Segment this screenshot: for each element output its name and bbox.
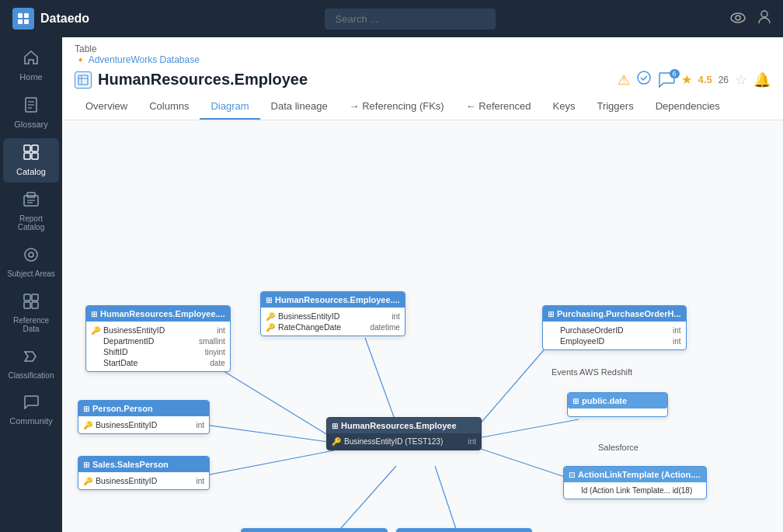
svg-line-34: [474, 419, 579, 439]
home-icon: [23, 50, 39, 69]
table-row: 🔑 BusinessEntityID int: [83, 419, 204, 430]
breadcrumb-link-text: 🔸 AdventureWorks Database: [75, 54, 200, 65]
table-body: PurchaseOrderID int EmployeeID int: [543, 322, 686, 349]
sidebar-item-home[interactable]: Home: [3, 43, 59, 88]
table-row: StartDate date: [91, 357, 225, 368]
user-icon[interactable]: [758, 10, 771, 28]
tab-diagram[interactable]: Diagram: [200, 94, 259, 120]
key-icon: 🔑: [266, 323, 275, 332]
table-public-date[interactable]: ⊞ public.date: [567, 392, 668, 417]
logo-icon: [12, 8, 34, 30]
svg-line-31: [194, 423, 334, 443]
col-name: BusinessEntityID: [278, 311, 388, 321]
table-job-candidate[interactable]: ⊞ HumanResources.JobCandid... JobCandida…: [241, 528, 388, 532]
col-type: int: [196, 477, 204, 485]
table-hr-employee-central[interactable]: ⊞ HumanResources.Employee 🔑 BusinessEnti…: [326, 417, 482, 450]
tab-overview[interactable]: Overview: [75, 94, 138, 120]
table-header: ⊞ Purchasing.PurchaseOrderH...: [543, 306, 686, 322]
table-title: HumanResources.Employee....: [100, 309, 225, 318]
col-type: int: [392, 312, 400, 321]
page-title-row: HumanResources.Employee: [75, 71, 308, 89]
sidebar-item-reference-data-label: Reference Data: [6, 316, 56, 333]
bookmark-icon[interactable]: ☆: [735, 71, 747, 89]
col-type: int: [217, 326, 225, 335]
table-emp-payhistory[interactable]: ⊞ HumanResources.Employee.... 🔑 Business…: [260, 291, 405, 336]
key-icon: 🔑: [91, 326, 100, 335]
comment-icon-wrapper[interactable]: 6: [658, 72, 675, 88]
table-body: 🔑 BusinessEntityID int: [78, 472, 209, 489]
table-header: ⊞ HumanResources.Employee: [327, 418, 481, 433]
sidebar-item-classification[interactable]: Classification: [3, 342, 59, 386]
svg-line-36: [334, 466, 396, 532]
svg-line-33: [474, 346, 548, 431]
svg-line-37: [435, 466, 458, 532]
sidebar-item-report-catalog[interactable]: Report Catalog: [3, 186, 59, 238]
table-action-link[interactable]: ⊡ ActionLinkTemplate (Action.... Id (Act…: [563, 466, 707, 499]
tab-triggers[interactable]: Triggers: [586, 94, 644, 120]
navbar: Dataedo: [0, 0, 783, 37]
svg-point-19: [25, 249, 37, 261]
bell-icon[interactable]: 🔔: [753, 71, 771, 89]
sidebar-item-reference-data[interactable]: Reference Data: [3, 287, 59, 339]
svg-rect-11: [24, 145, 30, 151]
svg-line-32: [194, 450, 334, 478]
table-header: ⊞ HumanResources.Employee....: [86, 306, 230, 322]
tab-keys[interactable]: Keys: [542, 94, 586, 120]
warning-icon[interactable]: ⚠: [618, 71, 630, 89]
sidebar-item-catalog-label: Catalog: [16, 167, 46, 176]
app-logo[interactable]: Dataedo: [12, 8, 89, 30]
tab-dependencies[interactable]: Dependencies: [645, 94, 731, 120]
search-input[interactable]: [325, 9, 496, 30]
sidebar-item-community[interactable]: Community: [3, 389, 59, 432]
table-body: Id (Action Link Template... id(18): [564, 482, 706, 499]
sidebar-item-catalog[interactable]: Catalog: [3, 138, 59, 183]
sidebar-item-subject-areas[interactable]: Subject Areas: [3, 241, 59, 284]
sidebar: Home Glossary Catalog Report Catalog Sub…: [0, 37, 62, 532]
sidebar-item-glossary[interactable]: Glossary: [3, 91, 59, 135]
tab-referencing-fks[interactable]: → Referencing (FKs): [339, 94, 455, 120]
table-person[interactable]: ⊞ Person.Person 🔑 BusinessEntityID int: [78, 400, 210, 434]
tab-referenced[interactable]: ← Referenced: [455, 94, 542, 120]
col-name: Id (Action Link Template... id(18): [581, 486, 701, 495]
col-name: BusinessEntityID: [96, 476, 193, 485]
table-row: Id (Action Link Template... id(18): [569, 485, 701, 495]
table-title: Person.Person: [92, 404, 153, 413]
key-icon: 🔑: [83, 421, 92, 429]
navbar-icons: [730, 10, 771, 28]
col-name: BusinessEntityID (TEST123): [344, 437, 465, 446]
col-type: int: [673, 337, 681, 346]
col-type: smallint: [199, 337, 225, 346]
table-row: 🔑 BusinessEntityID int: [266, 311, 400, 322]
table-body: 🔑 BusinessEntityID int DepartmentID smal…: [86, 322, 230, 371]
col-type: tinyint: [205, 348, 225, 356]
key-icon: 🔑: [266, 312, 275, 321]
page-title: HumanResources.Employee: [98, 71, 308, 89]
tabs: Overview Columns Diagram Data lineage → …: [62, 94, 783, 120]
table-row: DepartmentID smallint: [91, 336, 225, 346]
diagram-area: Events AWS Redshift Salesforce ⊞ HumanRe…: [62, 120, 783, 532]
table-emp-dept[interactable]: ⊞ HumanResources.Employee.... 🔑 Business…: [85, 305, 231, 372]
community-icon: [23, 395, 39, 413]
table-row: ShiftID tinyint: [91, 346, 225, 357]
col-name: StartDate: [103, 358, 207, 367]
table-row: 🔑 BusinessEntityID int: [83, 475, 204, 486]
svg-point-20: [29, 252, 33, 257]
svg-rect-12: [32, 145, 38, 151]
tab-columns[interactable]: Columns: [138, 94, 200, 120]
eye-icon[interactable]: [730, 11, 746, 27]
svg-rect-0: [18, 13, 23, 18]
col-name: BusinessEntityID: [96, 420, 193, 429]
table-header: ⊞ HumanResources.JobCandid...: [242, 529, 387, 532]
table-sales[interactable]: ⊞ Sales.SalesPerson 🔑 BusinessEntityID i…: [78, 456, 210, 490]
table-production-doc[interactable]: ⊞ Production.Document DocumentNode hiera…: [396, 528, 532, 532]
col-name: EmployeeID: [560, 336, 670, 346]
svg-rect-24: [32, 302, 38, 308]
tab-data-lineage[interactable]: Data lineage: [260, 94, 339, 120]
table-title: Sales.SalesPerson: [92, 460, 169, 469]
catalog-icon: [23, 144, 39, 164]
table-icon: [75, 71, 92, 89]
breadcrumb-link[interactable]: 🔸 AdventureWorks Database: [75, 54, 771, 65]
check-icon[interactable]: [636, 70, 652, 89]
table-purchasing[interactable]: ⊞ Purchasing.PurchaseOrderH... PurchaseO…: [542, 305, 687, 350]
table-header: ⊞ Sales.SalesPerson: [78, 457, 209, 472]
